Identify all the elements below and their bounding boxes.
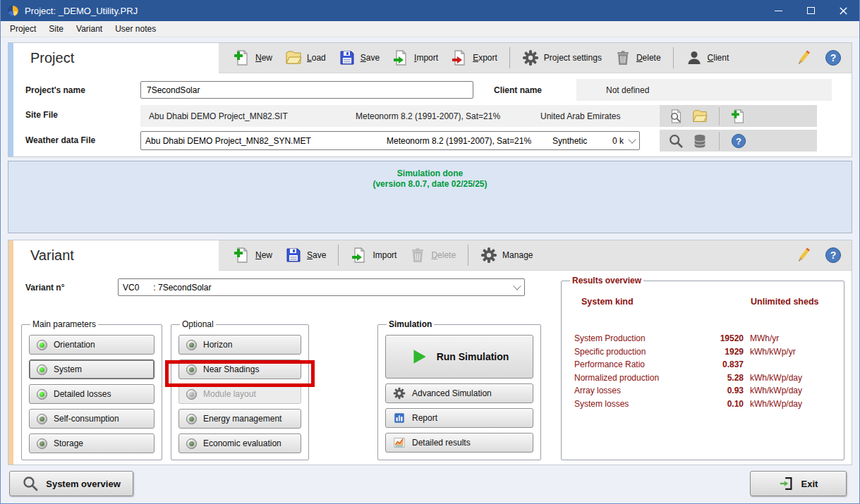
weather-file-kto: 0 k [612, 136, 624, 146]
dark-green-led-icon [186, 414, 197, 424]
advanced-simulation-button[interactable]: Advanced Simulation [385, 383, 533, 403]
database-icon [692, 133, 708, 149]
gear-icon [522, 49, 539, 66]
detailed-results-button[interactable]: Detailed results [385, 433, 533, 453]
main-parameters-group: Main parameters Orientation System Detai… [21, 319, 162, 460]
project-settings-button[interactable]: Project settings [516, 47, 608, 69]
weather-database-button[interactable] [691, 132, 709, 150]
project-export-button[interactable]: Export [444, 47, 504, 69]
maximize-button[interactable] [794, 0, 827, 21]
storage-label: Storage [54, 438, 83, 448]
weather-file-combo[interactable]: Abu Dhabi DEMO Project_MN82_SYN.MET Mete… [140, 131, 640, 150]
variant-manage-button[interactable]: Manage [474, 244, 539, 266]
detailed-losses-label: Detailed losses [54, 389, 111, 399]
new-document-icon [731, 109, 746, 124]
weather-view-button[interactable] [667, 132, 685, 150]
project-edit-button[interactable] [794, 48, 813, 68]
energy-management-button[interactable]: Energy management [178, 409, 301, 429]
project-client-button[interactable]: Client [679, 47, 736, 69]
system-label: System [54, 364, 82, 374]
site-open-button[interactable] [691, 107, 709, 125]
variant-delete-button[interactable]: Delete [403, 244, 462, 266]
project-delete-button[interactable]: Delete [608, 47, 667, 69]
site-new-button[interactable] [729, 107, 748, 125]
report-chart-icon [393, 412, 406, 424]
project-import-button[interactable]: Import [386, 47, 444, 69]
near-shadings-button[interactable]: Near Shadings [178, 359, 301, 379]
system-button[interactable]: System [29, 359, 155, 379]
play-icon [410, 348, 428, 366]
exit-button[interactable]: Exit [750, 471, 847, 496]
app-window: Project: _DEMO_Utility.PRJ Project Site … [0, 0, 860, 504]
result-value: 5.28 [691, 373, 744, 383]
project-name-label: Project's name [25, 85, 85, 95]
variant-import-button[interactable]: Import [344, 244, 403, 266]
close-button[interactable] [827, 0, 859, 21]
line-chart-icon [393, 436, 406, 449]
trash-icon [409, 247, 426, 264]
person-icon [686, 49, 703, 66]
result-value: 1929 [691, 347, 744, 357]
module-layout-button[interactable]: Module layout [178, 384, 301, 404]
import-document-icon [351, 247, 368, 264]
result-unit: kWh/kWp/day [744, 386, 844, 395]
variant-number-combo[interactable]: VC0 : 7SecondSolar [118, 278, 525, 296]
site-file-country: United Arab Emirates [540, 111, 620, 121]
run-simulation-button[interactable]: Run Simulation [385, 335, 533, 379]
result-label: Performance Ratio [574, 359, 691, 369]
menu-user-notes[interactable]: User notes [109, 22, 162, 36]
minimize-button[interactable] [762, 0, 794, 21]
project-save-button[interactable]: Save [332, 47, 386, 69]
maximize-icon [807, 7, 815, 14]
variant-new-button[interactable]: New [227, 244, 279, 266]
project-help-button[interactable] [823, 48, 843, 68]
minimize-icon [775, 11, 782, 11]
toolbar-separator [468, 245, 468, 266]
project-load-button[interactable]: Load [279, 47, 332, 69]
result-row: System losses0.10kWh/kWp/day [562, 398, 844, 411]
toolbar-separator [338, 245, 339, 266]
variant-save-button[interactable]: Save [279, 244, 332, 266]
system-overview-button[interactable]: System overview [9, 471, 133, 496]
detailed-losses-button[interactable]: Detailed losses [29, 384, 155, 404]
magnifier-icon [22, 475, 39, 492]
report-button[interactable]: Report [385, 408, 533, 428]
storage-button[interactable]: Storage [29, 434, 155, 453]
result-label: Specific production [574, 347, 691, 357]
project-name-input[interactable]: 7SecondSolar [140, 81, 473, 99]
project-load-label: Load [307, 53, 326, 63]
site-file-strip: Abu Dhabi DEMO Project_MN82.SIT Meteonor… [140, 105, 660, 127]
project-save-label: Save [361, 53, 380, 63]
project-client-label: Client [708, 53, 729, 63]
help-icon [731, 133, 746, 149]
horizon-button[interactable]: Horizon [178, 335, 301, 355]
result-unit: kWh/kWp/day [744, 399, 844, 409]
orientation-button[interactable]: Orientation [29, 335, 155, 355]
project-panel-title: Project [13, 43, 219, 73]
project-panel: Project New Load Save Import Export Proj… [8, 42, 852, 157]
variant-help-button[interactable] [823, 245, 843, 265]
variant-panel: Variant New Save Import Delete Manage Va… [8, 240, 852, 465]
help-icon [825, 247, 842, 264]
site-view-button[interactable] [667, 107, 685, 125]
new-document-icon [234, 247, 250, 264]
economic-evaluation-button[interactable]: Economic evaluation [178, 434, 301, 453]
module-layout-label: Module layout [203, 389, 256, 399]
near-shadings-label: Near Shadings [203, 364, 259, 374]
variant-edit-button[interactable] [794, 245, 813, 265]
results-overview-group: Results overview System kind Unlimited s… [561, 276, 844, 460]
self-consumption-button[interactable]: Self-consumption [29, 409, 155, 429]
weather-help-button[interactable] [729, 132, 748, 150]
menu-site[interactable]: Site [42, 22, 70, 36]
pencil-icon [795, 247, 812, 264]
save-floppy-icon [339, 49, 356, 66]
project-new-button[interactable]: New [227, 47, 279, 69]
close-icon [839, 6, 848, 16]
menu-project[interactable]: Project [4, 22, 42, 36]
document-magnifier-icon [668, 109, 684, 124]
menu-variant[interactable]: Variant [70, 22, 109, 36]
pencil-icon [795, 49, 812, 66]
result-label: Array losses [574, 386, 691, 395]
gear-icon [393, 387, 406, 400]
exit-label: Exit [801, 479, 818, 489]
